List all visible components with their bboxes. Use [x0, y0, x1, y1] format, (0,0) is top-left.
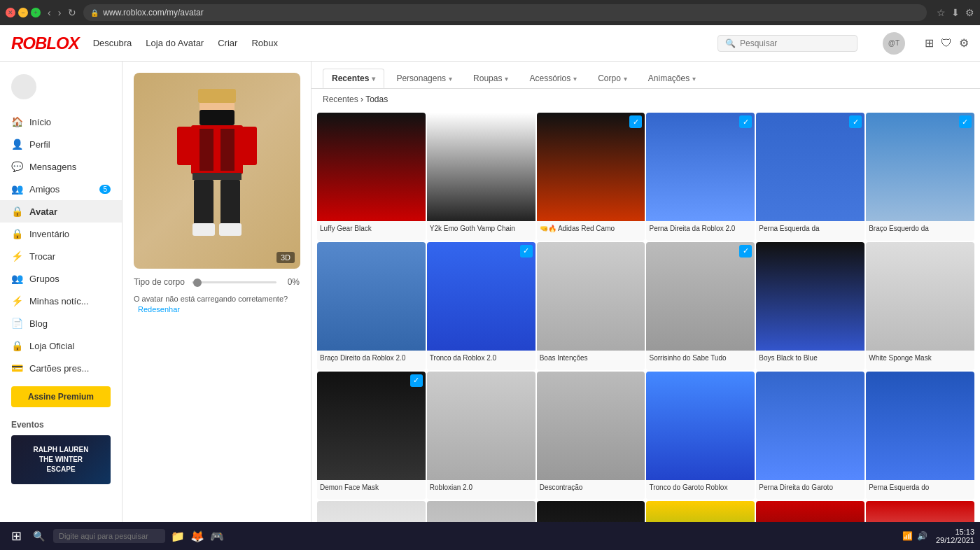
item-name-12: Demon Face Mask	[317, 480, 426, 500]
taskbar-sys-icons: 📶 🔊	[902, 531, 927, 541]
task-button[interactable]: 🔍	[27, 528, 50, 544]
item-card-0[interactable]: Luffy Gear Black	[317, 113, 426, 241]
minimize-btn[interactable]: −	[18, 8, 28, 17]
item-card-15[interactable]: Tronco do Garoto Roblox	[646, 372, 755, 500]
taskbar-icon-3[interactable]: 🎮	[210, 530, 224, 543]
search-bar[interactable]: 🔍	[718, 35, 858, 52]
sidebar-item-mensagens[interactable]: 💬 Mensagens	[0, 155, 122, 178]
item-card-2[interactable]: ✓🤜🔥 Adidas Red Camo	[537, 113, 645, 241]
eventos-label: Eventos	[11, 420, 111, 430]
sidebar-item-perfil[interactable]: 👤 Perfil	[0, 133, 122, 155]
item-card-11[interactable]: White Sponge Mask	[866, 242, 974, 370]
nav-loja-avatar[interactable]: Loja do Avatar	[146, 38, 204, 48]
sidebar-item-inicio[interactable]: 🏠 Início	[0, 111, 122, 133]
item-thumb-16	[756, 372, 864, 480]
item-thumb-12: ✓	[317, 372, 426, 480]
svg-rect-3	[191, 125, 243, 174]
taskbar-search[interactable]	[53, 529, 165, 543]
item-name-2: 🤜🔥 Adidas Red Camo	[537, 221, 645, 241]
breadcrumb: Recentes › Todas	[312, 89, 980, 110]
item-card-9[interactable]: ✓Sorrisinho do Sabe Tudo	[646, 242, 755, 370]
maximize-btn[interactable]: +	[31, 8, 41, 17]
item-card-14[interactable]: Descontração	[537, 372, 645, 500]
sidebar: 🏠 Início 👤 Perfil 💬 Mensagens 👥 Amigos 5…	[0, 62, 122, 550]
address-bar[interactable]: 🔒 www.roblox.com/my/avatar	[83, 4, 927, 21]
item-thumb-1	[427, 113, 536, 221]
item-card-7[interactable]: ✓Tronco da Roblox 2.0	[427, 242, 536, 370]
nav-links: Descubra Loja do Avatar Criar Robux	[93, 38, 278, 48]
nav-icons: ⊞ 🛡 ⚙	[925, 36, 969, 50]
nav-robux[interactable]: Robux	[251, 38, 278, 48]
settings-button[interactable]: ⚙	[965, 7, 974, 18]
bookmark-button[interactable]: ☆	[937, 7, 946, 18]
tab-acessorios[interactable]: Acessórios ▾	[520, 69, 586, 88]
tab-roupas[interactable]: Roupas ▾	[464, 69, 517, 88]
user-avatar[interactable]: @T	[883, 32, 905, 55]
sidebar-item-inventario[interactable]: 🔒 Inventário	[0, 223, 122, 245]
svg-rect-7	[241, 127, 257, 165]
item-thumb-3: ✓	[646, 113, 755, 221]
tab-corpo[interactable]: Corpo ▾	[589, 69, 636, 88]
start-button[interactable]: ⊞	[6, 526, 27, 547]
item-checkmark-3: ✓	[739, 115, 752, 128]
eventos-banner[interactable]: RALPH LAURENTHE WINTERESCAPE	[11, 435, 111, 484]
nav-criar[interactable]: Criar	[218, 38, 237, 48]
search-input[interactable]	[740, 38, 845, 48]
forward-button[interactable]: ›	[55, 6, 64, 20]
sidebar-item-cartoes[interactable]: 💳 Cartões pres...	[0, 357, 122, 379]
item-card-12[interactable]: ✓Demon Face Mask	[317, 372, 426, 500]
body-type-label: Tipo de corpo	[134, 277, 185, 287]
sidebar-item-amigos[interactable]: 👥 Amigos 5	[0, 178, 122, 200]
tab-personagens[interactable]: Personagens ▾	[387, 69, 461, 88]
download-button[interactable]: ⬇	[951, 7, 960, 18]
sidebar-label-inicio: Início	[29, 117, 51, 127]
taskbar-icon-2[interactable]: 🦊	[190, 530, 204, 543]
search-icon: 🔍	[725, 38, 736, 48]
eventos-section: Eventos RALPH LAURENTHE WINTERESCAPE	[0, 414, 122, 490]
taskbar-icon-1[interactable]: 📁	[171, 530, 185, 543]
item-card-10[interactable]: Boys Black to Blue	[756, 242, 864, 370]
item-thumb-5: ✓	[866, 113, 974, 221]
sidebar-item-trocar[interactable]: ⚡ Trocar	[0, 245, 122, 267]
redesenhar-link[interactable]: Redesenhar	[138, 305, 180, 313]
item-card-5[interactable]: ✓Braço Esquerdo da	[866, 113, 974, 241]
grid-icon[interactable]: ⊞	[925, 36, 934, 50]
groups-icon: 👥	[11, 273, 22, 284]
sidebar-item-loja-oficial[interactable]: 🔒 Loja Oficial	[0, 334, 122, 357]
sidebar-label-avatar: Avatar	[29, 206, 57, 217]
sidebar-item-grupos[interactable]: 👥 Grupos	[0, 267, 122, 290]
item-card-1[interactable]: Y2k Emo Goth Vamp Chain	[427, 113, 536, 241]
item-card-3[interactable]: ✓Perna Direita da Roblox 2.0	[646, 113, 755, 241]
item-checkmark-2: ✓	[629, 115, 642, 128]
sidebar-item-blog[interactable]: 📄 Blog	[0, 312, 122, 334]
back-button[interactable]: ‹	[45, 6, 54, 20]
nav-descubra[interactable]: Descubra	[93, 38, 132, 48]
sidebar-item-avatar[interactable]: 🔒 Avatar	[0, 200, 122, 223]
breadcrumb-current: Todas	[365, 94, 388, 104]
chevron-corpo: ▾	[624, 75, 627, 83]
body-slider[interactable]	[192, 281, 276, 283]
sidebar-item-noticias[interactable]: ⚡ Minhas notíc...	[0, 290, 122, 312]
tab-recentes[interactable]: Recentes ▾	[323, 69, 384, 88]
svg-rect-12	[219, 223, 241, 236]
gear-icon[interactable]: ⚙	[959, 36, 969, 50]
avatar-warning: O avatar não está carregando corretament…	[134, 294, 300, 316]
item-thumb-9: ✓	[646, 242, 755, 351]
browser-controls: ✕ − +	[6, 8, 41, 17]
item-card-13[interactable]: Robloxian 2.0	[427, 372, 536, 500]
blog-icon: 📄	[11, 318, 22, 329]
tab-recentes-label: Recentes	[332, 73, 369, 83]
refresh-button[interactable]: ↻	[65, 6, 79, 20]
item-card-8[interactable]: Boas Intenções	[537, 242, 645, 370]
breadcrumb-parent[interactable]: Recentes	[323, 94, 358, 104]
message-icon: 💬	[11, 161, 22, 172]
premium-button[interactable]: Assine Premium	[11, 386, 111, 407]
item-card-16[interactable]: Perna Direita do Garoto	[756, 372, 864, 500]
item-card-4[interactable]: ✓Perna Esquerda da	[756, 113, 864, 241]
item-card-6[interactable]: Braço Direito da Roblox 2.0	[317, 242, 426, 370]
shield-icon[interactable]: 🛡	[941, 37, 952, 50]
item-card-17[interactable]: Perna Esquerda do	[866, 372, 974, 500]
close-btn[interactable]: ✕	[6, 8, 15, 17]
warning-text: O avatar não está carregando corretament…	[134, 295, 288, 303]
tab-animacoes[interactable]: Animações ▾	[639, 69, 705, 88]
